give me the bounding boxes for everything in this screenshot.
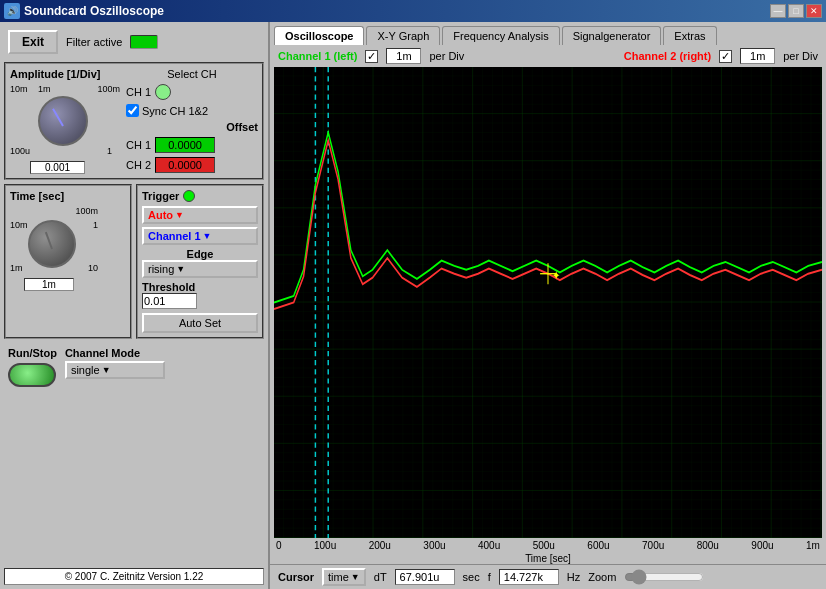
ch1-per-div-input[interactable] xyxy=(386,48,421,64)
tab-extras[interactable]: Extras xyxy=(663,26,716,45)
time-label-1: 1 xyxy=(93,220,98,230)
edge-select[interactable]: rising ▼ xyxy=(142,260,258,278)
ch1-label: CH 1 xyxy=(126,86,151,98)
auto-set-button[interactable]: Auto Set xyxy=(142,313,258,333)
close-button[interactable]: ✕ xyxy=(806,4,822,18)
trigger-channel-label: Channel 1 xyxy=(148,230,201,242)
offset-ch2-input[interactable] xyxy=(155,157,215,173)
ch1-checkbox[interactable]: ✓ xyxy=(365,50,378,63)
amp-label-100m: 100m xyxy=(97,84,120,94)
f-unit: Hz xyxy=(567,571,580,583)
left-panel: Exit Filter active Amplitude [1/Div] 10m… xyxy=(0,22,270,589)
time-axis-500u: 500u xyxy=(533,540,555,551)
tab-signalgenerator[interactable]: Signalgenerator xyxy=(562,26,662,45)
time-axis-1m: 1m xyxy=(806,540,820,551)
dt-unit: sec xyxy=(463,571,480,583)
amp-label-100u: 100u xyxy=(10,146,30,156)
offset-ch2-row: CH 2 xyxy=(126,157,258,173)
offset-ch1-input[interactable] xyxy=(155,137,215,153)
channel-mode-select[interactable]: single ▼ xyxy=(65,361,165,379)
cursor-label: Cursor xyxy=(278,571,314,583)
offset-ch1-row: CH 1 xyxy=(126,137,258,153)
edge-arrow: ▼ xyxy=(176,264,185,274)
cursor-type-value: time xyxy=(328,571,349,583)
amplitude-knob[interactable] xyxy=(38,96,88,146)
threshold-label: Threshold xyxy=(142,281,258,293)
sync-check[interactable] xyxy=(126,104,139,117)
amplitude-title: Amplitude [1/Div] xyxy=(10,68,120,80)
exit-button[interactable]: Exit xyxy=(8,30,58,54)
offset-title: Offset xyxy=(126,121,258,133)
svg-rect-2 xyxy=(274,67,822,538)
offset-ch1-label: CH 1 xyxy=(126,139,151,151)
channel-mode-col: Channel Mode single ▼ xyxy=(61,343,169,391)
copyright-text: © 2007 C. Zeitnitz Version 1.22 xyxy=(65,571,204,582)
ch1-per-div-unit: per Div xyxy=(429,50,464,62)
filter-indicator xyxy=(130,35,158,49)
offset-ch2-label: CH 2 xyxy=(126,159,151,171)
run-stop-button[interactable] xyxy=(8,363,56,387)
title-bar: 🔊 Soundcard Oszilloscope — □ ✕ xyxy=(0,0,826,22)
ch2-per-div-unit: per Div xyxy=(783,50,818,62)
ch2-per-div-input[interactable] xyxy=(740,48,775,64)
amplitude-value-input[interactable] xyxy=(30,161,85,174)
minimize-button[interactable]: — xyxy=(770,4,786,18)
top-controls: Exit Filter active xyxy=(4,26,264,58)
run-stop-label: Run/Stop xyxy=(8,347,57,359)
ch1-indicator: CH 1 xyxy=(126,84,258,100)
time-trigger-row: Time [sec] 100m 10m 1 1m 10 Trigge xyxy=(4,184,264,339)
channel-row: Channel 1 (left) ✓ per Div Channel 2 (ri… xyxy=(270,45,826,67)
channel-mode-label: Channel Mode xyxy=(65,347,165,359)
offset-area: Offset CH 1 CH 2 xyxy=(126,121,258,173)
time-label-10m: 10m xyxy=(10,220,28,230)
trigger-mode-label: Auto xyxy=(148,209,173,221)
f-value: 14.727k xyxy=(499,569,559,585)
sync-checkbox[interactable]: Sync CH 1&2 xyxy=(126,104,258,117)
amp-label-10m: 10m xyxy=(10,84,28,94)
trigger-channel-select[interactable]: Channel 1 ▼ xyxy=(142,227,258,245)
time-label-100m: 100m xyxy=(75,206,98,216)
time-axis-700u: 700u xyxy=(642,540,664,551)
time-axis-800u: 800u xyxy=(697,540,719,551)
tab-frequency-analysis[interactable]: Frequency Analysis xyxy=(442,26,559,45)
threshold-input[interactable] xyxy=(142,293,197,309)
amp-label-1m: 1m xyxy=(38,84,51,94)
time-axis-0: 0 xyxy=(276,540,282,551)
time-axis-400u: 400u xyxy=(478,540,500,551)
cursor-type-select[interactable]: time ▼ xyxy=(322,568,366,586)
run-stop-col: Run/Stop xyxy=(4,343,61,391)
dt-value: 67.901u xyxy=(395,569,455,585)
maximize-button[interactable]: □ xyxy=(788,4,804,18)
ch1-channel-label: Channel 1 (left) xyxy=(278,50,357,62)
app-icon: 🔊 xyxy=(4,3,20,19)
time-label-10: 10 xyxy=(88,263,98,273)
channel-mode-value: single xyxy=(71,364,100,376)
edge-value: rising xyxy=(148,263,174,275)
time-axis-300u: 300u xyxy=(423,540,445,551)
filter-active-label: Filter active xyxy=(66,36,122,48)
right-panel: Oscilloscope X-Y Graph Frequency Analysi… xyxy=(270,22,826,589)
time-axis: 0 100u 200u 300u 400u 500u 600u 700u 800… xyxy=(270,538,826,553)
tab-xy-graph[interactable]: X-Y Graph xyxy=(366,26,440,45)
oscilloscope-display: ✦ xyxy=(274,67,822,538)
tab-oscilloscope[interactable]: Oscilloscope xyxy=(274,26,364,45)
copyright-bar: © 2007 C. Zeitnitz Version 1.22 xyxy=(4,568,264,585)
amplitude-section: Amplitude [1/Div] 10m 1m 100m 100u 1 xyxy=(4,62,264,180)
bottom-controls: Run/Stop Channel Mode single ▼ xyxy=(4,343,264,391)
time-value-input[interactable] xyxy=(24,278,74,291)
time-axis-900u: 900u xyxy=(751,540,773,551)
svg-text:✦: ✦ xyxy=(552,269,561,283)
zoom-slider[interactable] xyxy=(624,569,704,585)
cursor-bar: Cursor time ▼ dT 67.901u sec f 14.727k H… xyxy=(270,564,826,589)
oscilloscope-grid: ✦ xyxy=(274,67,822,538)
trigger-light xyxy=(183,190,195,202)
time-label-1m: 1m xyxy=(10,263,23,273)
time-knob[interactable] xyxy=(28,220,76,268)
window-title: Soundcard Oszilloscope xyxy=(24,4,164,18)
time-axis-100u: 100u xyxy=(314,540,336,551)
trigger-section: Trigger Auto ▼ Channel 1 ▼ Edge rising ▼… xyxy=(136,184,264,339)
trigger-mode-arrow: ▼ xyxy=(175,210,184,220)
ch2-checkbox[interactable]: ✓ xyxy=(719,50,732,63)
time-axis-600u: 600u xyxy=(587,540,609,551)
trigger-mode-select[interactable]: Auto ▼ xyxy=(142,206,258,224)
